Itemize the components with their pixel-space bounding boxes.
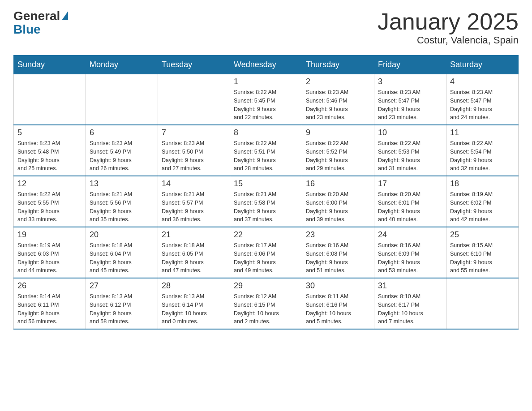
calendar-cell: 23Sunrise: 8:16 AM Sunset: 6:08 PM Dayli… <box>302 227 374 278</box>
day-number: 31 <box>378 281 442 291</box>
title-area: January 2025 Costur, Valencia, Spain <box>378 9 519 46</box>
day-number: 2 <box>306 77 370 86</box>
calendar-cell <box>14 74 86 125</box>
day-number: 14 <box>162 179 226 188</box>
weekday-header-thursday: Thursday <box>302 56 374 74</box>
day-info: Sunrise: 8:15 AM Sunset: 6:10 PM Dayligh… <box>450 241 515 275</box>
day-number: 13 <box>90 179 154 188</box>
calendar-cell: 28Sunrise: 8:13 AM Sunset: 6:14 PM Dayli… <box>158 278 230 329</box>
day-number: 29 <box>234 281 298 291</box>
calendar-cell: 21Sunrise: 8:18 AM Sunset: 6:05 PM Dayli… <box>158 227 230 278</box>
day-info: Sunrise: 8:18 AM Sunset: 6:04 PM Dayligh… <box>90 241 154 275</box>
calendar-table: SundayMondayTuesdayWednesdayThursdayFrid… <box>13 55 519 330</box>
day-info: Sunrise: 8:19 AM Sunset: 6:03 PM Dayligh… <box>17 241 82 275</box>
day-info: Sunrise: 8:22 AM Sunset: 5:45 PM Dayligh… <box>234 88 298 122</box>
weekday-header-row: SundayMondayTuesdayWednesdayThursdayFrid… <box>14 56 519 74</box>
calendar-cell <box>86 74 158 125</box>
day-number: 17 <box>378 179 442 188</box>
day-number: 6 <box>90 128 154 137</box>
calendar-cell: 13Sunrise: 8:21 AM Sunset: 5:56 PM Dayli… <box>86 176 158 227</box>
calendar-cell: 6Sunrise: 8:23 AM Sunset: 5:49 PM Daylig… <box>86 125 158 176</box>
calendar-week-row: 5Sunrise: 8:23 AM Sunset: 5:48 PM Daylig… <box>14 125 519 176</box>
day-info: Sunrise: 8:23 AM Sunset: 5:46 PM Dayligh… <box>306 88 370 122</box>
day-info: Sunrise: 8:17 AM Sunset: 6:06 PM Dayligh… <box>234 241 298 275</box>
day-number: 27 <box>90 281 154 291</box>
day-info: Sunrise: 8:13 AM Sunset: 6:12 PM Dayligh… <box>90 292 154 326</box>
day-info: Sunrise: 8:13 AM Sunset: 6:14 PM Dayligh… <box>162 292 226 326</box>
day-info: Sunrise: 8:21 AM Sunset: 5:57 PM Dayligh… <box>162 190 226 224</box>
day-info: Sunrise: 8:18 AM Sunset: 6:05 PM Dayligh… <box>162 241 226 275</box>
day-info: Sunrise: 8:16 AM Sunset: 6:09 PM Dayligh… <box>378 241 442 275</box>
day-number: 16 <box>306 179 370 188</box>
day-number: 11 <box>450 128 515 137</box>
calendar-cell: 16Sunrise: 8:20 AM Sunset: 6:00 PM Dayli… <box>302 176 374 227</box>
calendar-week-row: 1Sunrise: 8:22 AM Sunset: 5:45 PM Daylig… <box>14 74 519 125</box>
calendar-cell: 26Sunrise: 8:14 AM Sunset: 6:11 PM Dayli… <box>14 278 86 329</box>
logo-blue-text: Blue <box>13 23 41 36</box>
calendar-week-row: 19Sunrise: 8:19 AM Sunset: 6:03 PM Dayli… <box>14 227 519 278</box>
calendar-cell: 17Sunrise: 8:20 AM Sunset: 6:01 PM Dayli… <box>374 176 446 227</box>
weekday-header-tuesday: Tuesday <box>158 56 230 74</box>
day-number: 25 <box>450 230 515 240</box>
day-info: Sunrise: 8:22 AM Sunset: 5:53 PM Dayligh… <box>378 139 442 173</box>
day-number: 5 <box>17 128 82 137</box>
day-number: 8 <box>234 128 298 137</box>
day-info: Sunrise: 8:23 AM Sunset: 5:49 PM Dayligh… <box>90 139 154 173</box>
calendar-cell: 24Sunrise: 8:16 AM Sunset: 6:09 PM Dayli… <box>374 227 446 278</box>
calendar-cell: 11Sunrise: 8:22 AM Sunset: 5:54 PM Dayli… <box>446 125 519 176</box>
logo-triangle-icon <box>62 11 68 20</box>
calendar-cell: 20Sunrise: 8:18 AM Sunset: 6:04 PM Dayli… <box>86 227 158 278</box>
calendar-subtitle: Costur, Valencia, Spain <box>378 34 519 46</box>
day-number: 30 <box>306 281 370 291</box>
day-number: 28 <box>162 281 226 291</box>
weekday-header-monday: Monday <box>86 56 158 74</box>
calendar-week-row: 12Sunrise: 8:22 AM Sunset: 5:55 PM Dayli… <box>14 176 519 227</box>
day-info: Sunrise: 8:21 AM Sunset: 5:56 PM Dayligh… <box>90 190 154 224</box>
day-info: Sunrise: 8:23 AM Sunset: 5:48 PM Dayligh… <box>17 139 82 173</box>
calendar-cell: 25Sunrise: 8:15 AM Sunset: 6:10 PM Dayli… <box>446 227 519 278</box>
day-info: Sunrise: 8:23 AM Sunset: 5:47 PM Dayligh… <box>378 88 442 122</box>
day-number: 21 <box>162 230 226 240</box>
calendar-cell: 30Sunrise: 8:11 AM Sunset: 6:16 PM Dayli… <box>302 278 374 329</box>
calendar-cell: 2Sunrise: 8:23 AM Sunset: 5:46 PM Daylig… <box>302 74 374 125</box>
calendar-cell: 1Sunrise: 8:22 AM Sunset: 5:45 PM Daylig… <box>230 74 302 125</box>
day-number: 9 <box>306 128 370 137</box>
day-number: 19 <box>17 230 82 240</box>
day-info: Sunrise: 8:20 AM Sunset: 6:00 PM Dayligh… <box>306 190 370 224</box>
day-number: 24 <box>378 230 442 240</box>
calendar-week-row: 26Sunrise: 8:14 AM Sunset: 6:11 PM Dayli… <box>14 278 519 329</box>
day-info: Sunrise: 8:12 AM Sunset: 6:15 PM Dayligh… <box>234 292 298 326</box>
calendar-cell <box>446 278 519 329</box>
calendar-cell: 7Sunrise: 8:23 AM Sunset: 5:50 PM Daylig… <box>158 125 230 176</box>
calendar-cell: 15Sunrise: 8:21 AM Sunset: 5:58 PM Dayli… <box>230 176 302 227</box>
day-info: Sunrise: 8:19 AM Sunset: 6:02 PM Dayligh… <box>450 190 515 224</box>
weekday-header-sunday: Sunday <box>14 56 86 74</box>
day-info: Sunrise: 8:10 AM Sunset: 6:17 PM Dayligh… <box>378 292 442 326</box>
day-info: Sunrise: 8:11 AM Sunset: 6:16 PM Dayligh… <box>306 292 370 326</box>
day-info: Sunrise: 8:20 AM Sunset: 6:01 PM Dayligh… <box>378 190 442 224</box>
day-number: 22 <box>234 230 298 240</box>
day-info: Sunrise: 8:14 AM Sunset: 6:11 PM Dayligh… <box>17 292 82 326</box>
day-number: 26 <box>17 281 82 291</box>
weekday-header-friday: Friday <box>374 56 446 74</box>
day-info: Sunrise: 8:21 AM Sunset: 5:58 PM Dayligh… <box>234 190 298 224</box>
weekday-header-wednesday: Wednesday <box>230 56 302 74</box>
day-number: 20 <box>90 230 154 240</box>
calendar-cell: 12Sunrise: 8:22 AM Sunset: 5:55 PM Dayli… <box>14 176 86 227</box>
calendar-cell: 9Sunrise: 8:22 AM Sunset: 5:52 PM Daylig… <box>302 125 374 176</box>
day-number: 1 <box>234 77 298 86</box>
logo: General Blue <box>13 9 69 36</box>
calendar-cell: 4Sunrise: 8:23 AM Sunset: 5:47 PM Daylig… <box>446 74 519 125</box>
calendar-cell: 31Sunrise: 8:10 AM Sunset: 6:17 PM Dayli… <box>374 278 446 329</box>
calendar-cell <box>158 74 230 125</box>
day-number: 23 <box>306 230 370 240</box>
calendar-cell: 14Sunrise: 8:21 AM Sunset: 5:57 PM Dayli… <box>158 176 230 227</box>
day-number: 4 <box>450 77 515 86</box>
weekday-header-saturday: Saturday <box>446 56 519 74</box>
day-info: Sunrise: 8:22 AM Sunset: 5:51 PM Dayligh… <box>234 139 298 173</box>
calendar-cell: 19Sunrise: 8:19 AM Sunset: 6:03 PM Dayli… <box>14 227 86 278</box>
day-info: Sunrise: 8:22 AM Sunset: 5:52 PM Dayligh… <box>306 139 370 173</box>
day-number: 18 <box>450 179 515 188</box>
day-info: Sunrise: 8:23 AM Sunset: 5:50 PM Dayligh… <box>162 139 226 173</box>
day-number: 3 <box>378 77 442 86</box>
